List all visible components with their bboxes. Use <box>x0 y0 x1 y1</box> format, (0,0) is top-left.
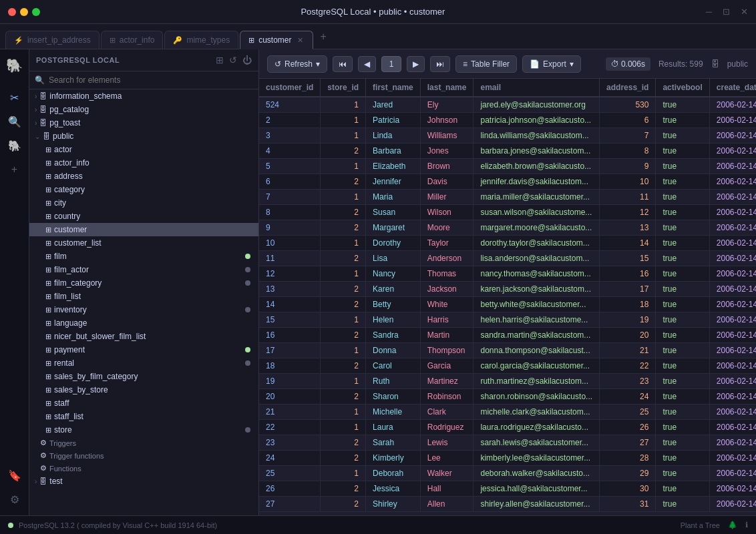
sidebar-refresh-icon[interactable]: ↺ <box>229 55 237 65</box>
table-row[interactable]: 22 1 Laura Rodriguez laura.rodriguez@sak… <box>259 420 756 435</box>
last-page-button[interactable]: ⏭ <box>430 56 450 72</box>
col-header-last-name[interactable]: last_name <box>420 79 474 97</box>
tab-mime-types[interactable]: 🔑 mime_types <box>164 31 238 49</box>
tree-item-functions[interactable]: ⚙ Functions <box>29 462 258 475</box>
tree-item-sales-store[interactable]: ⊞ sales_by_store <box>29 383 258 396</box>
sidebar-table-icon[interactable]: ⊞ <box>216 55 224 65</box>
elephant-nav-icon[interactable]: 🐘 <box>4 135 25 156</box>
window-fullscreen-icon[interactable]: ⊡ <box>723 7 730 17</box>
tree-item-rental[interactable]: ⊞ rental <box>29 356 258 370</box>
table-row[interactable]: 19 1 Ruth Martinez ruth.martinez@sakilac… <box>259 374 756 389</box>
window-close-icon[interactable]: ✕ <box>741 7 748 17</box>
table-row[interactable]: 4 2 Barbara Jones barbara.jones@sakilacu… <box>259 144 756 159</box>
table-row[interactable]: 21 1 Michelle Clark michelle.clark@sakil… <box>259 405 756 420</box>
tree-item-actor[interactable]: ⊞ actor <box>29 143 258 156</box>
next-page-button[interactable]: ▶ <box>407 56 425 72</box>
tab-insert-ip-address[interactable]: ⚡ insert_ip_address <box>5 31 100 49</box>
table-row[interactable]: 27 2 Shirley Allen shirley.allen@sakilac… <box>259 497 756 512</box>
tree-item-customer-list[interactable]: ⊞ customer_list <box>29 236 258 250</box>
table-row[interactable]: 9 2 Margaret Moore margaret.moore@sakila… <box>259 220 756 236</box>
tree-item-customer[interactable]: ⊞ customer <box>29 223 258 236</box>
tools-icon[interactable]: ✂ <box>4 87 25 108</box>
tree-item-store[interactable]: ⊞ store <box>29 423 258 437</box>
tab-actor-info[interactable]: ⊞ actor_info <box>101 31 164 49</box>
table-row[interactable]: 24 2 Kimberly Lee kimberly.lee@sakilacus… <box>259 451 756 466</box>
plant-tree-label[interactable]: Plant a Tree <box>681 521 720 529</box>
search-bar: 🔍 <box>29 71 258 89</box>
export-button[interactable]: 📄 Export ▾ <box>522 55 581 73</box>
tree-item-category[interactable]: ⊞ category <box>29 183 258 196</box>
table-row[interactable]: 6 2 Jennifer Davis jennifer.davis@sakila… <box>259 174 756 190</box>
tree-item-pg-catalog[interactable]: › 🗄 pg_catalog <box>29 103 258 116</box>
table-row[interactable]: 25 1 Deborah Walker deborah.walker@sakil… <box>259 466 756 481</box>
table-row[interactable]: 15 1 Helen Harris helen.harris@sakilacus… <box>259 312 756 328</box>
tab-add-button[interactable]: + <box>315 28 331 45</box>
table-row[interactable]: 14 2 Betty White betty.white@sakilacusto… <box>259 297 756 312</box>
tree-item-actor-info[interactable]: ⊞ actor_info <box>29 156 258 170</box>
table-row[interactable]: 12 1 Nancy Thomas nancy.thomas@sakilacus… <box>259 266 756 282</box>
tree-item-staff-list[interactable]: ⊞ staff_list <box>29 410 258 423</box>
tree-item-film-list[interactable]: ⊞ film_list <box>29 290 258 303</box>
table-row[interactable]: 8 2 Susan Wilson susan.wilson@sakilacust… <box>259 205 756 220</box>
tree-item-nicer-film-list[interactable]: ⊞ nicer_but_slower_film_list <box>29 330 258 343</box>
table-row[interactable]: 2 1 Patricia Johnson patricia.johnson@sa… <box>259 113 756 128</box>
titlebar: PostgreSQL Local • public • customer ─ ⊡… <box>0 0 756 24</box>
tree-item-information-schema[interactable]: › 🗄 information_schema <box>29 89 258 103</box>
info-icon[interactable]: ℹ <box>745 521 748 529</box>
prev-page-button[interactable]: ◀ <box>358 56 376 72</box>
tree-item-inventory[interactable]: ⊞ inventory <box>29 303 258 316</box>
tree-item-staff[interactable]: ⊞ staff <box>29 396 258 410</box>
col-header-customer-id[interactable]: customer_id <box>259 79 321 97</box>
tree-item-triggers[interactable]: ⚙ Triggers <box>29 437 258 449</box>
table-row[interactable]: 23 2 Sarah Lewis sarah.lewis@sakilacusto… <box>259 435 756 451</box>
tree-item-film[interactable]: ⊞ film <box>29 250 258 263</box>
tree-item-trigger-functions[interactable]: ⚙ Trigger functions <box>29 449 258 462</box>
tree-item-payment[interactable]: ⊞ payment <box>29 343 258 356</box>
minimize-button[interactable] <box>20 8 28 16</box>
close-button[interactable] <box>8 8 16 16</box>
tree-item-test[interactable]: › 🗄 test <box>29 475 258 488</box>
search-input[interactable] <box>49 75 253 85</box>
table-row[interactable]: 3 1 Linda Williams linda.williams@sakila… <box>259 128 756 144</box>
page-number[interactable]: 1 <box>381 56 401 72</box>
tree-item-film-category[interactable]: ⊞ film_category <box>29 276 258 290</box>
table-row[interactable]: 20 2 Sharon Robinson sharon.robinson@sak… <box>259 389 756 405</box>
tree-item-city[interactable]: ⊞ city <box>29 196 258 210</box>
tree-item-country[interactable]: ⊞ country <box>29 210 258 223</box>
col-header-store-id[interactable]: store_id <box>321 79 366 97</box>
sidebar-power-icon[interactable]: ⏻ <box>242 55 252 65</box>
search-sidebar-icon[interactable]: 🔍 <box>4 111 25 132</box>
table-row[interactable]: 16 2 Sandra Martin sandra.martin@sakilac… <box>259 328 756 343</box>
tab-customer[interactable]: ⊞ customer ✕ <box>240 31 313 49</box>
add-connection-icon[interactable]: + <box>4 159 25 180</box>
table-row[interactable]: 10 1 Dorothy Taylor dorothy.taylor@sakil… <box>259 236 756 251</box>
table-row[interactable]: 17 1 Donna Thompson donna.thompson@sakil… <box>259 343 756 358</box>
tree-item-pg-toast[interactable]: › 🗄 pg_toast <box>29 116 258 129</box>
settings-icon[interactable]: ⚙ <box>4 489 25 510</box>
tree-item-sales-film-cat[interactable]: ⊞ sales_by_film_category <box>29 370 258 383</box>
col-header-create-date[interactable]: create_date <box>709 79 756 97</box>
tree-item-public[interactable]: ⌄ 🗄 public <box>29 129 258 143</box>
tree-item-film-actor[interactable]: ⊞ film_actor <box>29 263 258 276</box>
bookmark-icon[interactable]: 🔖 <box>4 465 25 486</box>
tab-close-customer[interactable]: ✕ <box>295 35 305 45</box>
maximize-button[interactable] <box>32 8 40 16</box>
table-row[interactable]: 18 2 Carol Garcia carol.garcia@sakilacus… <box>259 358 756 374</box>
col-header-address-id[interactable]: address_id <box>600 79 656 97</box>
col-header-email[interactable]: email <box>474 79 600 97</box>
table-row[interactable]: 11 2 Lisa Anderson lisa.anderson@sakilac… <box>259 251 756 266</box>
table-row[interactable]: 7 1 Maria Miller maria.miller@sakilacust… <box>259 190 756 205</box>
tree-item-language[interactable]: ⊞ language <box>29 316 258 330</box>
table-row[interactable]: 26 2 Jessica Hall jessica.hall@sakilacus… <box>259 481 756 497</box>
col-header-activebool[interactable]: activebool <box>656 79 709 97</box>
table-row[interactable]: 5 1 Elizabeth Brown elizabeth.brown@saki… <box>259 159 756 174</box>
table-wrapper[interactable]: customer_id store_id first_name last_nam… <box>259 79 756 515</box>
table-filler-button[interactable]: ≡ Table Filler <box>455 55 517 73</box>
col-header-first-name[interactable]: first_name <box>366 79 421 97</box>
tree-item-address[interactable]: ⊞ address <box>29 170 258 183</box>
refresh-button[interactable]: ↺ Refresh ▾ <box>267 55 327 73</box>
table-row[interactable]: 13 2 Karen Jackson karen.jackson@sakilac… <box>259 282 756 297</box>
window-minimize-icon[interactable]: ─ <box>706 7 712 17</box>
table-row[interactable]: 524 1 Jared Ely jared.ely@sakilacustomer… <box>259 97 756 113</box>
first-page-button[interactable]: ⏮ <box>333 56 353 72</box>
